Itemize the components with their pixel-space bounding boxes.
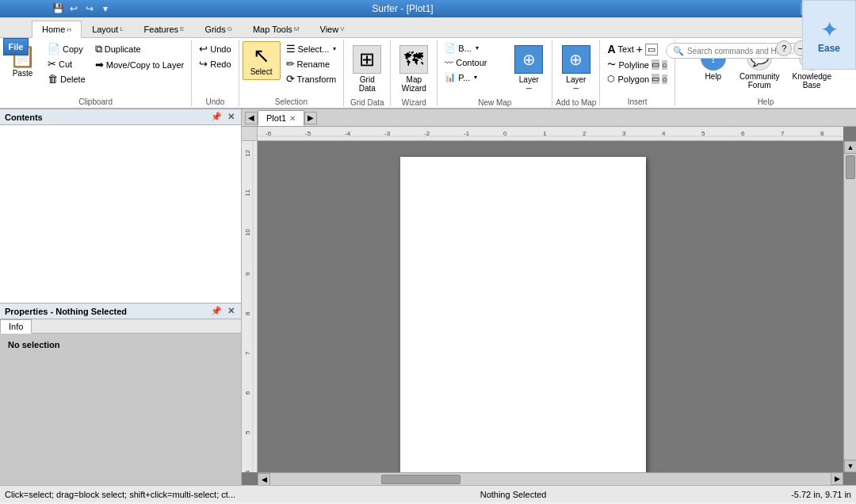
ribbon-group-wizard: 🗺 MapWizard Wizard (391, 40, 438, 106)
doc-tab-close[interactable]: ✕ (289, 114, 296, 123)
basemap-icon: 📄 (445, 43, 456, 53)
duplicate-button[interactable]: ⧉ Duplicate (91, 41, 188, 57)
tab-info[interactable]: Info (0, 319, 32, 334)
svg-text:7: 7 (781, 130, 785, 137)
doc-tab-plot1[interactable]: Plot1 ✕ (258, 110, 304, 126)
window-title: Surfer - [Plot1] (5, 3, 801, 14)
movecopy-button[interactable]: ➡ Move/Copy to Layer (91, 57, 188, 72)
redo-button[interactable]: ↪ Redo (195, 56, 235, 71)
contents-close-btn[interactable]: ✕ (225, 112, 236, 123)
paste-label: Paste (13, 69, 33, 78)
polyline-icon: 〜 (607, 59, 616, 71)
redo-icon: ↪ (199, 58, 208, 70)
basemap-dropdown: ▾ (476, 44, 479, 52)
text-icon: A (607, 43, 615, 55)
contents-pin-btn[interactable]: 📌 (211, 112, 222, 123)
p-button[interactable]: 📊 P... ▾ (441, 71, 481, 84)
clipboard-small-btns: 📄 Copy ✂ Cut 🗑 Delete (44, 41, 90, 86)
ribbon-group-undo: ↩ Undo ↪ Redo Undo (192, 40, 239, 106)
tab-home[interactable]: Home H (32, 21, 82, 38)
ruler-corner (242, 127, 258, 141)
knowledge-label: KnowledgeBase (792, 72, 831, 90)
horizontal-scrollbar[interactable]: ◀ ▶ (258, 472, 843, 485)
left-panel: Contents 📌 ✕ Properties - Nothing Select… (0, 109, 242, 485)
polyline-label: Polyline (618, 60, 649, 70)
tab-features[interactable]: Features E (134, 20, 195, 37)
addtomap-group-label: Add to Map (556, 98, 596, 107)
scroll-h-left-btn[interactable]: ◀ (258, 473, 270, 486)
text-button[interactable]: A Text + ▭ (603, 41, 671, 57)
properties-pin-btn[interactable]: 📌 (211, 306, 222, 317)
transform-icon: ⟳ (286, 73, 295, 85)
p-label: P... (458, 73, 470, 82)
canvas-area: -6 -5 -4 -3 -2 -1 0 1 2 3 4 5 6 7 8 (242, 127, 856, 485)
quick-access-toolbar: 💾 ↩ ↪ ▾ (48, 0, 116, 17)
contents-area (0, 125, 241, 303)
contents-controls: 📌 ✕ (211, 112, 236, 123)
qa-save-btn[interactable]: 💾 (51, 2, 65, 16)
griddata-button[interactable]: ⊞ GridData (347, 41, 387, 97)
copy-label: Copy (63, 44, 83, 54)
rename-button[interactable]: ✏ Rename (282, 56, 341, 71)
basemap-button[interactable]: 📄 B... ▾ (441, 41, 483, 55)
ruler-h-svg: -6 -5 -4 -3 -2 -1 0 1 2 3 4 5 6 7 8 (258, 127, 843, 141)
doc-tab-label: Plot1 (266, 113, 286, 123)
polygon-button[interactable]: ⬡ Polygon ▭ ○ (603, 72, 671, 86)
layer-button[interactable]: ⊕ Layer─ (509, 41, 548, 97)
contents-panel: Contents 📌 ✕ (0, 109, 241, 303)
plot-page (400, 157, 646, 472)
tab-layout[interactable]: Layout L (82, 20, 133, 37)
undo-icon: ↩ (199, 43, 208, 55)
addtomap-content: ⊕ Layer─ (556, 41, 596, 97)
page-canvas (258, 141, 843, 472)
select-button[interactable]: ↖ Select (243, 41, 281, 80)
newmap-group-label: New Map (478, 98, 511, 107)
properties-close-btn[interactable]: ✕ (225, 306, 236, 317)
help-icon-btn[interactable]: ? (776, 40, 792, 56)
select-more-button[interactable]: ☰ Select... ▾ (282, 41, 341, 56)
qa-dropdown-btn[interactable]: ▾ (98, 2, 113, 16)
scroll-v-up-btn[interactable]: ▲ (844, 141, 856, 154)
qa-redo-btn[interactable]: ↪ (82, 2, 97, 16)
polyline-button[interactable]: 〜 Polyline ▭ ○ (603, 57, 671, 72)
ribbon-group-newmap: 📄 B... ▾ 〰 Contour 📊 P... ▾ ⊕ Layer─ (438, 40, 552, 106)
mapwizard-icon: 🗺 (399, 45, 428, 74)
vertical-scrollbar[interactable]: ▲ ▼ (843, 141, 856, 472)
selection-content: ↖ Select ☰ Select... ▾ ✏ Rename ⟳ Transf… (243, 41, 341, 96)
duplicate-label: Duplicate (105, 44, 141, 54)
svg-text:2: 2 (583, 130, 587, 137)
doc-nav-left-btn[interactable]: ◀ (245, 112, 258, 124)
svg-text:5: 5 (244, 430, 251, 434)
scroll-v-down-btn[interactable]: ▼ (844, 460, 856, 472)
tab-grids[interactable]: Grids G (194, 20, 243, 37)
file-tab[interactable]: File (3, 38, 29, 55)
svg-text:6: 6 (741, 130, 745, 137)
contour-button[interactable]: 〰 Contour (441, 56, 491, 69)
copy-button[interactable]: 📄 Copy (44, 41, 90, 56)
ruler-v-svg: 12 11 10 9 8 7 6 5 4 (242, 141, 258, 472)
help-label: Help (705, 72, 722, 81)
svg-text:3: 3 (622, 130, 626, 137)
scroll-h-thumb[interactable] (381, 475, 460, 484)
delete-button[interactable]: 🗑 Delete (44, 71, 90, 86)
addlayer-button[interactable]: ⊕ Layer─ (556, 41, 596, 97)
wizard-content: 🗺 MapWizard (394, 41, 434, 97)
tab-view[interactable]: View V (310, 20, 355, 37)
scroll-v-thumb[interactable] (846, 155, 855, 179)
newmap-content: 📄 B... ▾ 〰 Contour 📊 P... ▾ ⊕ Layer─ (441, 41, 548, 97)
tab-maptools[interactable]: Map Tools M (243, 20, 310, 37)
griddata-content: ⊞ GridData (347, 41, 387, 97)
undo-button[interactable]: ↩ Undo (195, 41, 235, 56)
cut-button[interactable]: ✂ Cut (44, 56, 90, 71)
qa-undo-btn[interactable]: ↩ (67, 2, 81, 16)
no-selection-label: No selection (3, 337, 238, 353)
svg-text:5: 5 (701, 130, 705, 137)
ease-button[interactable]: ✦ Ease (802, 0, 856, 70)
scroll-h-right-btn[interactable]: ▶ (831, 472, 843, 485)
main-layout: Contents 📌 ✕ Properties - Nothing Select… (0, 109, 856, 485)
select-dropdown-arrow: ▾ (333, 45, 336, 52)
cut-icon: ✂ (48, 58, 56, 70)
mapwizard-button[interactable]: 🗺 MapWizard (394, 41, 434, 97)
doc-nav-right-btn[interactable]: ▶ (304, 112, 317, 124)
transform-button[interactable]: ⟳ Transform (282, 71, 341, 86)
